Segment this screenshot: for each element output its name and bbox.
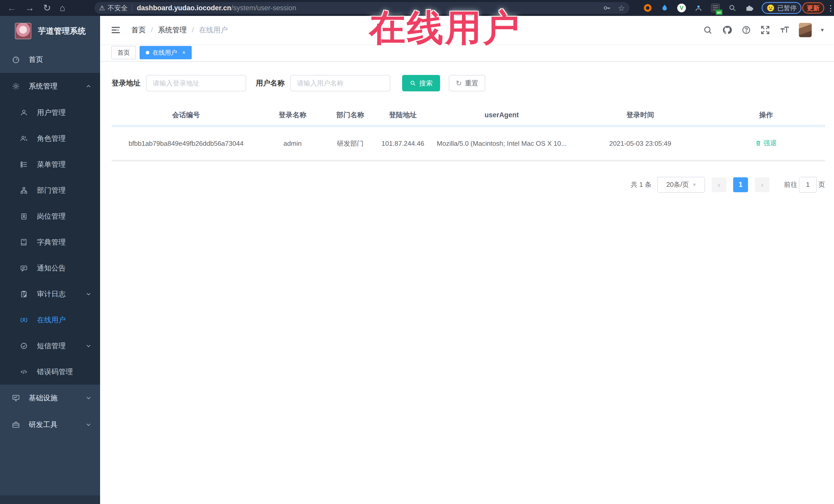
help-icon[interactable] bbox=[741, 25, 751, 35]
profile-paused-pill[interactable]: 已暂停 bbox=[762, 2, 802, 14]
next-page-button[interactable]: › bbox=[755, 177, 770, 192]
page-content: 登录地址 用户名称 搜索 ↻ 重置 bbox=[100, 62, 834, 193]
browser-nav-buttons: ← → ↻ ⌂ bbox=[0, 0, 65, 16]
address-bar[interactable]: ⚠ 不安全 dashboard.yudao.iocoder.cn /system… bbox=[94, 2, 630, 14]
username-input[interactable] bbox=[290, 75, 390, 91]
page-size-select[interactable]: 20条/页 ▾ bbox=[657, 177, 705, 193]
menu-list-icon bbox=[20, 161, 28, 168]
sidebar-item-dept-management[interactable]: 部门管理 bbox=[0, 177, 100, 203]
extension-magnifier-icon[interactable] bbox=[727, 3, 737, 13]
search-icon[interactable] bbox=[703, 25, 712, 35]
search-button[interactable]: 搜索 bbox=[402, 75, 440, 91]
pagination-total: 共 1 条 bbox=[631, 180, 652, 189]
sidebar-item-audit-log[interactable]: 审计日志 bbox=[0, 281, 100, 307]
sidebar-item-notice[interactable]: 通知公告 bbox=[0, 255, 100, 281]
tag-online-users[interactable]: 在线用户 × bbox=[139, 46, 192, 59]
goto-suffix: 页 bbox=[818, 180, 825, 189]
chevron-up-icon bbox=[85, 83, 92, 90]
org-tree-icon bbox=[20, 187, 28, 194]
goto-page-input[interactable] bbox=[799, 177, 817, 193]
sidebar-item-error-code[interactable]: 错误码管理 bbox=[0, 359, 100, 385]
github-icon[interactable] bbox=[722, 25, 732, 35]
font-size-icon[interactable] bbox=[780, 25, 790, 35]
error-code-icon bbox=[20, 368, 28, 376]
post-badge-icon bbox=[20, 213, 28, 220]
infrastructure-icon bbox=[12, 394, 20, 402]
fullscreen-icon[interactable] bbox=[760, 25, 770, 35]
extension-database-icon[interactable]: an bbox=[710, 3, 720, 13]
browser-update-button[interactable]: 更新 bbox=[802, 2, 824, 14]
sidebar-item-label: 在线用户 bbox=[37, 315, 66, 325]
security-warning-icon: ⚠ bbox=[99, 4, 105, 12]
sidebar-menu: 首页 系统管理 用户管理 bbox=[0, 46, 100, 438]
tag-close-icon[interactable]: × bbox=[182, 49, 185, 56]
password-key-icon[interactable] bbox=[602, 4, 611, 12]
breadcrumb-system[interactable]: 系统管理 bbox=[158, 25, 187, 35]
extension-green-v-icon[interactable]: V bbox=[677, 3, 686, 13]
sidebar-item-sms-management[interactable]: 短信管理 bbox=[0, 333, 100, 359]
sidebar-item-role-management[interactable]: 角色管理 bbox=[0, 126, 100, 151]
bookmark-star-icon[interactable]: ☆ bbox=[618, 4, 625, 13]
col-login-time: 登录时间 bbox=[573, 105, 707, 126]
annotation-overlay-title: 在线用户 bbox=[369, 4, 521, 53]
extension-water-drop-icon[interactable] bbox=[660, 3, 670, 13]
col-login-ip: 登陆地址 bbox=[376, 105, 430, 126]
sidebar-item-label: 菜单管理 bbox=[37, 160, 66, 169]
extension-orange-ring-icon[interactable] bbox=[643, 3, 653, 13]
app-title: 芋道管理系统 bbox=[38, 26, 86, 37]
refresh-icon: ↻ bbox=[456, 79, 462, 88]
sidebar-item-post-management[interactable]: 岗位管理 bbox=[0, 203, 100, 229]
sidebar-logo-row[interactable]: 芋道管理系统 bbox=[0, 16, 100, 46]
extension-an-badge: an bbox=[716, 9, 722, 15]
hamburger-icon[interactable] bbox=[110, 25, 121, 36]
breadcrumb-home[interactable]: 首页 bbox=[131, 25, 146, 35]
sidebar-item-dict-management[interactable]: 字典管理 bbox=[0, 229, 100, 255]
smiley-avatar-icon bbox=[767, 4, 775, 12]
prev-page-button[interactable]: ‹ bbox=[711, 177, 726, 192]
table-header-row: 会话编号 登录名称 部门名称 登陆地址 userAgent 登录时间 操作 bbox=[112, 105, 825, 126]
security-warning-label[interactable]: 不安全 bbox=[108, 4, 128, 13]
sidebar-collapse-bar[interactable] bbox=[0, 495, 100, 504]
sidebar-item-label: 短信管理 bbox=[37, 341, 66, 351]
cell-dept-name: 研发部门 bbox=[325, 126, 376, 161]
forward-icon[interactable]: → bbox=[25, 0, 35, 16]
sidebar-item-label: 审计日志 bbox=[37, 289, 66, 299]
cell-user-agent: Mozilla/5.0 (Macintosh; Intel Mac OS X 1… bbox=[430, 126, 573, 161]
home-icon[interactable]: ⌂ bbox=[60, 0, 65, 16]
sidebar-group-system: 系统管理 用户管理 角色管理 bbox=[0, 73, 100, 385]
devtools-icon bbox=[12, 421, 20, 429]
omnibox-divider bbox=[132, 5, 132, 11]
browser-menu-icon[interactable]: ⋮ bbox=[827, 0, 834, 16]
tag-home[interactable]: 首页 bbox=[111, 46, 136, 59]
sidebar-item-devtools[interactable]: 研发工具 bbox=[0, 411, 100, 438]
reload-icon[interactable]: ↻ bbox=[43, 0, 51, 16]
sidebar-item-menu-management[interactable]: 菜单管理 bbox=[0, 151, 100, 177]
gear-icon bbox=[12, 82, 20, 90]
cell-session-id: bfbb1ab79ba849e49fb26ddb56a73044 bbox=[112, 126, 261, 161]
back-icon[interactable]: ← bbox=[7, 0, 17, 16]
sidebar-item-label: 角色管理 bbox=[37, 134, 66, 144]
sidebar-item-user-management[interactable]: 用户管理 bbox=[0, 100, 100, 126]
col-user-agent: userAgent bbox=[430, 105, 573, 126]
sidebar-item-infrastructure[interactable]: 基础设施 bbox=[0, 385, 100, 411]
sidebar-item-label: 部门管理 bbox=[37, 185, 66, 195]
extensions-puzzle-icon[interactable] bbox=[744, 3, 754, 13]
chevron-down-icon bbox=[85, 395, 92, 401]
login-address-input[interactable] bbox=[146, 75, 246, 91]
url-host: dashboard.yudao.iocoder.cn bbox=[137, 4, 231, 12]
sidebar-item-online-users[interactable]: 在线用户 bbox=[0, 307, 100, 333]
audit-log-icon bbox=[20, 290, 28, 298]
avatar-caret-down-icon[interactable]: ▾ bbox=[821, 27, 824, 34]
sidebar-item-system-management[interactable]: 系统管理 bbox=[0, 73, 100, 100]
col-session-id: 会话编号 bbox=[112, 105, 261, 126]
force-logout-button[interactable]: 强退 bbox=[755, 138, 777, 148]
dictionary-icon bbox=[20, 238, 28, 246]
current-page-button[interactable]: 1 bbox=[733, 177, 748, 192]
reset-button[interactable]: ↻ 重置 bbox=[449, 75, 485, 91]
sidebar-item-home[interactable]: 首页 bbox=[0, 46, 100, 73]
user-avatar[interactable] bbox=[799, 23, 812, 37]
extension-person-icon[interactable] bbox=[694, 3, 703, 13]
trash-icon bbox=[755, 140, 761, 146]
login-address-label: 登录地址 bbox=[112, 78, 140, 88]
online-user-icon bbox=[20, 316, 28, 324]
